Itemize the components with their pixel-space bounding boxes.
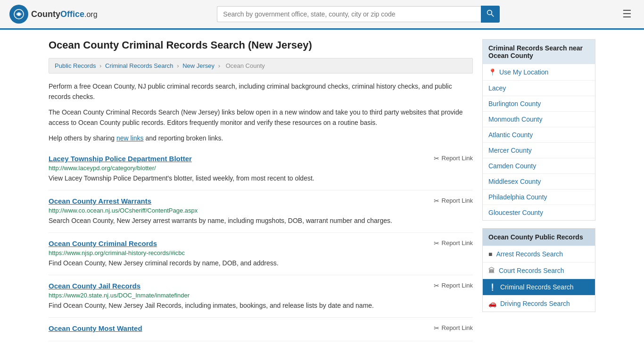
record-description: Search Ocean County, New Jersey arrest w… xyxy=(49,216,473,226)
new-links-link[interactable]: new links xyxy=(116,134,144,142)
nearby-county-link[interactable]: Gloucester County xyxy=(483,205,595,220)
nearby-county-link[interactable]: Lacey xyxy=(483,81,595,96)
record-description: Find Ocean County, New Jersey Jail Recor… xyxy=(49,301,473,311)
record-url[interactable]: https://www20.state.nj.us/DOC_Inmate/inm… xyxy=(49,292,473,299)
public-records-link[interactable]: 🏛 Court Records Search xyxy=(483,263,595,279)
record-entry: Ocean County Jail Records ✂ Report Link … xyxy=(49,275,473,318)
public-records-item: ■ Arrest Records Search xyxy=(483,246,595,262)
scissors-icon: ✂ xyxy=(434,197,439,205)
nearby-county-item: Monmouth County xyxy=(483,111,595,127)
records-container: Lacey Township Police Department Blotter… xyxy=(49,148,473,341)
public-records-link[interactable]: ■ Arrest Records Search xyxy=(483,246,595,262)
breadcrumb-sep1: › xyxy=(99,62,101,69)
record-header: Ocean County Jail Records ✂ Report Link xyxy=(49,282,473,290)
page-title: Ocean County Criminal Records Search (Ne… xyxy=(49,39,473,51)
sidebar-link-icon: 🏛 xyxy=(488,267,495,274)
sidebar-link-icon: ❕ xyxy=(488,283,496,291)
breadcrumb-ocean-county: Ocean County xyxy=(226,62,265,69)
record-header: Ocean County Most Wanted ✂ Report Link xyxy=(49,324,473,332)
public-records-link[interactable]: ❕ Criminal Records Search xyxy=(483,279,595,295)
breadcrumb-sep3: › xyxy=(218,62,220,69)
nearby-county-link[interactable]: Atlantic County xyxy=(483,127,595,142)
description-1: Perform a free Ocean County, NJ public c… xyxy=(49,81,473,102)
breadcrumb-public-records[interactable]: Public Records xyxy=(55,62,96,69)
record-url[interactable]: http://www.laceypd.org/category/blotter/ xyxy=(49,165,473,172)
nearby-county-link[interactable]: Burlington County xyxy=(483,96,595,111)
public-records-item: 🚗 Driving Records Search xyxy=(483,295,595,312)
description-3-prefix: Help others by sharing xyxy=(49,134,116,142)
report-link[interactable]: ✂ Report Link xyxy=(434,239,473,247)
search-input[interactable] xyxy=(217,6,481,22)
record-entry: Lacey Township Police Department Blotter… xyxy=(49,148,473,190)
record-url[interactable]: http://www.co.ocean.nj.us/OCsheriff/Cont… xyxy=(49,207,473,214)
record-entry: Ocean County Most Wanted ✂ Report Link xyxy=(49,318,473,341)
record-description: View Lacey Township Police Department's … xyxy=(49,173,473,183)
location-pin-icon: 📍 xyxy=(488,68,496,76)
nearby-county-item: Gloucester County xyxy=(483,205,595,220)
public-records-link[interactable]: 🚗 Driving Records Search xyxy=(483,296,595,312)
nearby-county-item: Philadelphia County xyxy=(483,189,595,205)
record-title[interactable]: Ocean County Arrest Warrants xyxy=(49,197,151,205)
nearby-county-item: Camden County xyxy=(483,158,595,173)
record-title[interactable]: Ocean County Jail Records xyxy=(49,282,140,290)
breadcrumb-sep2: › xyxy=(177,62,179,69)
public-records-list: ■ Arrest Records Search 🏛 Court Records … xyxy=(483,246,595,312)
report-link[interactable]: ✂ Report Link xyxy=(434,324,473,332)
sidebar-link-label: Driving Records Search xyxy=(500,300,570,307)
nearby-county-item: Middlesex County xyxy=(483,173,595,189)
nearby-county-link[interactable]: Mercer County xyxy=(483,143,595,158)
record-url[interactable]: https://www.njsp.org/criminal-history-re… xyxy=(49,249,473,256)
sidebar-link-label: Arrest Records Search xyxy=(496,250,563,258)
record-title[interactable]: Ocean County Most Wanted xyxy=(49,324,142,332)
nearby-county-item: Mercer County xyxy=(483,142,595,158)
content-area: Ocean County Criminal Records Search (Ne… xyxy=(49,39,473,341)
nearby-county-link[interactable]: Camden County xyxy=(483,158,595,173)
logo-icon xyxy=(9,5,28,24)
record-title[interactable]: Lacey Township Police Department Blotter xyxy=(49,155,192,163)
report-link[interactable]: ✂ Report Link xyxy=(434,155,473,162)
record-header: Lacey Township Police Department Blotter… xyxy=(49,155,473,163)
scissors-icon: ✂ xyxy=(434,239,439,247)
sidebar-link-icon: ■ xyxy=(488,250,492,258)
nearby-county-link[interactable]: Philadelphia County xyxy=(483,189,595,205)
nearby-list: LaceyBurlington CountyMonmouth CountyAtl… xyxy=(483,80,595,220)
public-records-item: ❕ Criminal Records Search xyxy=(483,279,595,295)
record-entry: Ocean County Arrest Warrants ✂ Report Li… xyxy=(49,190,473,233)
logo-text: CountyOffice.org xyxy=(31,9,98,19)
nearby-county-item: Burlington County xyxy=(483,96,595,111)
record-header: Ocean County Criminal Records ✂ Report L… xyxy=(49,239,473,247)
public-records-section: Ocean County Public Records ■ Arrest Rec… xyxy=(482,228,595,312)
svg-point-2 xyxy=(487,10,492,15)
scissors-icon: ✂ xyxy=(434,282,439,289)
record-header: Ocean County Arrest Warrants ✂ Report Li… xyxy=(49,197,473,205)
search-button[interactable] xyxy=(481,6,500,23)
nearby-section: Criminal Records Search near Ocean Count… xyxy=(482,39,595,221)
hamburger-button[interactable]: ☰ xyxy=(619,5,635,23)
breadcrumb-criminal-records[interactable]: Criminal Records Search xyxy=(105,62,173,69)
breadcrumb-new-jersey[interactable]: New Jersey xyxy=(182,62,215,69)
nearby-county-link[interactable]: Middlesex County xyxy=(483,174,595,189)
description-2: The Ocean County Criminal Records Search… xyxy=(49,107,473,128)
record-title[interactable]: Ocean County Criminal Records xyxy=(49,239,157,247)
nearby-header: Criminal Records Search near Ocean Count… xyxy=(483,40,595,64)
public-records-item: 🏛 Court Records Search xyxy=(483,262,595,279)
record-description: Find Ocean County, New Jersey criminal r… xyxy=(49,258,473,268)
sidebar: Criminal Records Search near Ocean Count… xyxy=(482,39,595,341)
sidebar-link-label: Court Records Search xyxy=(499,267,564,274)
use-location-link[interactable]: 📍 Use My Location xyxy=(483,64,595,80)
scissors-icon: ✂ xyxy=(434,324,439,332)
sidebar-link-label: Criminal Records Search xyxy=(500,283,574,291)
description-3-suffix: and reporting broken links. xyxy=(144,134,223,142)
site-header: CountyOffice.org ☰ xyxy=(0,0,644,30)
logo-area: CountyOffice.org xyxy=(9,5,98,24)
report-link[interactable]: ✂ Report Link xyxy=(434,197,473,205)
scissors-icon: ✂ xyxy=(434,155,439,162)
nearby-county-item: Lacey xyxy=(483,80,595,96)
svg-line-3 xyxy=(492,14,494,16)
search-container xyxy=(217,6,500,23)
record-entry: Ocean County Criminal Records ✂ Report L… xyxy=(49,233,473,275)
nearby-county-link[interactable]: Monmouth County xyxy=(483,112,595,127)
sidebar-link-icon: 🚗 xyxy=(488,300,496,307)
report-link[interactable]: ✂ Report Link xyxy=(434,282,473,289)
svg-point-1 xyxy=(17,13,20,16)
